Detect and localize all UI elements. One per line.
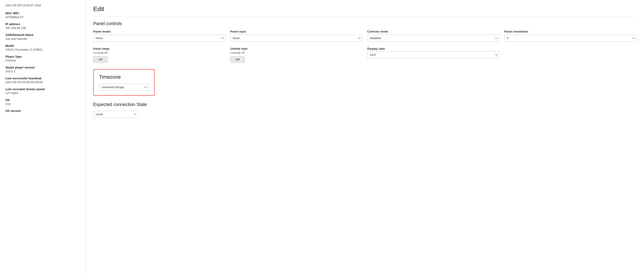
info-label: Model bbox=[6, 44, 80, 47]
display-ratio-group: Display ratio 16:94:31:1 bbox=[367, 47, 500, 63]
info-value: 2021-05-20T22:08:30+00:00 bbox=[6, 80, 80, 84]
info-section: MAC WiFie470b8fa17cf bbox=[6, 11, 80, 19]
expected-connection-title: Expected connection State bbox=[93, 102, 637, 107]
info-value: Chrome bbox=[6, 59, 80, 62]
left-panel: 2021-05-20T14:50:07.203Z MAC WiFie470b8f… bbox=[0, 0, 86, 273]
info-label: OS version bbox=[6, 109, 80, 113]
info-value: 12+'mpbs' bbox=[6, 91, 80, 95]
info-section: Skykit player version163.0.1 bbox=[6, 66, 80, 73]
timezone-select[interactable]: America/ChicagoAmerica/New_YorkAmerica/L… bbox=[99, 84, 149, 91]
info-label: Last recorded stream speed bbox=[6, 87, 80, 91]
info-section: ModelASUS Chromebox 2 (CN62) bbox=[6, 44, 80, 51]
controls-mode-select[interactable]: disabledenabled bbox=[367, 34, 500, 41]
info-label: OS bbox=[6, 98, 80, 102]
info-section: IP address192.168.68.108 bbox=[6, 22, 80, 30]
controls-mode-group: Controls mode disabledenabled bbox=[367, 30, 500, 41]
panel-controls-second-row: Panel sleep currently off Off Unified vi… bbox=[93, 47, 637, 63]
panel-sleep-label: Panel sleep bbox=[93, 47, 226, 50]
panel-controls-first-row: Panel model None Panel input None Contro… bbox=[93, 30, 637, 41]
timezone-section: Timezone America/ChicagoAmerica/New_York… bbox=[93, 69, 155, 96]
timestamp: 2021-05-20T14:50:07.203Z bbox=[6, 3, 80, 7]
panel-model-group: Panel model None bbox=[93, 30, 226, 41]
panel-model-label: Panel model bbox=[93, 30, 226, 33]
expected-connection-select[interactable]: unsetonlineoffline bbox=[93, 111, 138, 118]
info-value: 163.0.1 bbox=[6, 70, 80, 73]
unified-view-status: currently off bbox=[230, 51, 363, 54]
info-value: 192.168.68.108 bbox=[6, 26, 80, 30]
timezone-title: Timezone bbox=[99, 74, 149, 80]
info-label: IP address bbox=[6, 22, 80, 26]
info-value: ASUS Chromebox 2 (CN62) bbox=[6, 48, 80, 51]
info-value: e470b8fa17cf bbox=[6, 15, 80, 19]
info-section: SSID/Network NameJoe and Hannah bbox=[6, 33, 80, 40]
info-label: MAC WiFi bbox=[6, 11, 80, 15]
panel-input-label: Panel input bbox=[230, 30, 363, 33]
unified-view-button[interactable]: Off bbox=[230, 56, 245, 63]
info-section: OScros bbox=[6, 98, 80, 106]
info-label: SSID/Network Name bbox=[6, 33, 80, 37]
info-section: Player TypeChrome bbox=[6, 55, 80, 62]
panel-orientation-group: Panel orientation 090180270 bbox=[504, 30, 637, 41]
panel-sleep-status: currently off bbox=[93, 51, 226, 54]
panel-input-select[interactable]: None bbox=[230, 34, 363, 41]
panel-input-group: Panel input None bbox=[230, 30, 363, 41]
info-label: Skykit player version bbox=[6, 66, 80, 69]
panel-orientation-label: Panel orientation bbox=[504, 30, 637, 33]
info-section: Last recorded stream speed12+'mpbs' bbox=[6, 87, 80, 95]
info-value: cros bbox=[6, 102, 80, 106]
info-label: Last successful heartbeat bbox=[6, 77, 80, 80]
info-section: Last successful heartbeat2021-05-20T22:0… bbox=[6, 77, 80, 84]
display-ratio-select[interactable]: 16:94:31:1 bbox=[367, 51, 500, 58]
panel-model-select[interactable]: None bbox=[93, 34, 226, 41]
expected-connection-section: Expected connection State unsetonlineoff… bbox=[93, 102, 637, 118]
panel-sleep-button[interactable]: Off bbox=[93, 56, 108, 63]
unified-view-group: Unified view currently off Off bbox=[230, 47, 363, 63]
controls-mode-label: Controls mode bbox=[367, 30, 500, 33]
panel-controls-title: Panel controls bbox=[93, 21, 637, 26]
display-ratio-label: Display ratio bbox=[367, 47, 500, 50]
panel-orientation-select[interactable]: 090180270 bbox=[504, 34, 637, 41]
info-label: Player Type bbox=[6, 55, 80, 58]
info-value: Joe and Hannah bbox=[6, 37, 80, 40]
panel-sleep-group: Panel sleep currently off Off bbox=[93, 47, 226, 63]
info-section: OS version bbox=[6, 109, 80, 113]
right-panel: Edit Panel controls Panel model None Pan… bbox=[86, 0, 644, 273]
unified-view-label: Unified view bbox=[230, 47, 363, 50]
page-title: Edit bbox=[93, 5, 637, 16]
